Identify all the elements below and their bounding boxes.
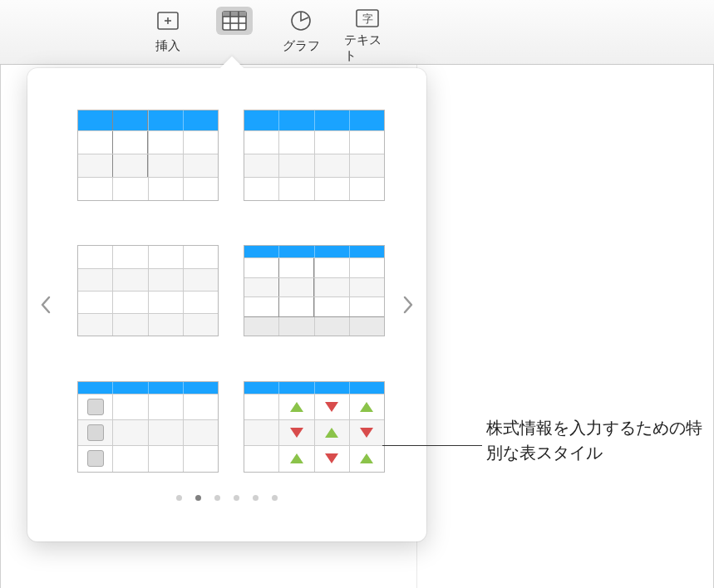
- next-page-button[interactable]: [400, 292, 416, 317]
- up-arrow-icon: [360, 453, 373, 463]
- table-style-5[interactable]: [77, 381, 219, 475]
- page-dot-2[interactable]: [195, 495, 201, 501]
- svg-rect-4: [223, 12, 246, 17]
- chart-icon: [290, 10, 312, 32]
- svg-text:字: 字: [362, 12, 373, 25]
- table-style-grid: [61, 101, 393, 475]
- table-style-1[interactable]: [77, 110, 219, 203]
- toolbar-chart[interactable]: グラフ: [278, 7, 324, 64]
- table-style-4[interactable]: [244, 245, 385, 339]
- page-dot-1[interactable]: [176, 495, 182, 501]
- toolbar-text-label: テキスト: [344, 32, 391, 64]
- down-arrow-icon: [290, 428, 303, 438]
- table-style-3[interactable]: [77, 245, 219, 339]
- page-dot-5[interactable]: [253, 495, 259, 501]
- up-arrow-icon: [290, 402, 303, 412]
- toolbar-text[interactable]: 字 テキスト: [344, 7, 391, 64]
- toolbar-chart-label: グラフ: [283, 38, 320, 54]
- up-arrow-icon: [325, 428, 338, 438]
- table-style-stock[interactable]: [244, 381, 385, 475]
- page-dot-4[interactable]: [234, 495, 239, 501]
- page-dot-3[interactable]: [214, 495, 220, 501]
- toolbar-table[interactable]: [211, 7, 258, 64]
- textbox-icon: 字: [355, 8, 380, 28]
- down-arrow-icon: [360, 428, 373, 438]
- chevron-left-icon: [40, 296, 52, 314]
- checkbox-icon: [87, 399, 104, 415]
- prev-page-button[interactable]: [37, 292, 54, 317]
- up-arrow-icon: [290, 453, 303, 463]
- page-indicator: [61, 495, 393, 501]
- checkbox-icon: [87, 424, 104, 441]
- table-icon: [222, 11, 247, 31]
- checkbox-icon: [87, 450, 104, 467]
- toolbar-insert[interactable]: 挿入: [145, 7, 191, 64]
- insert-icon: [156, 11, 180, 31]
- table-style-2[interactable]: [244, 110, 385, 203]
- table-style-popover: [27, 68, 426, 541]
- callout-line: [382, 445, 482, 446]
- up-arrow-icon: [360, 402, 373, 412]
- chevron-right-icon: [402, 296, 414, 314]
- down-arrow-icon: [325, 453, 338, 463]
- page-dot-6[interactable]: [272, 495, 278, 501]
- toolbar-insert-label: 挿入: [155, 38, 180, 54]
- callout-text: 株式情報を入力するための特別な表スタイル: [486, 415, 702, 465]
- toolbar: 挿入 グラフ 字: [0, 0, 714, 65]
- down-arrow-icon: [325, 402, 338, 412]
